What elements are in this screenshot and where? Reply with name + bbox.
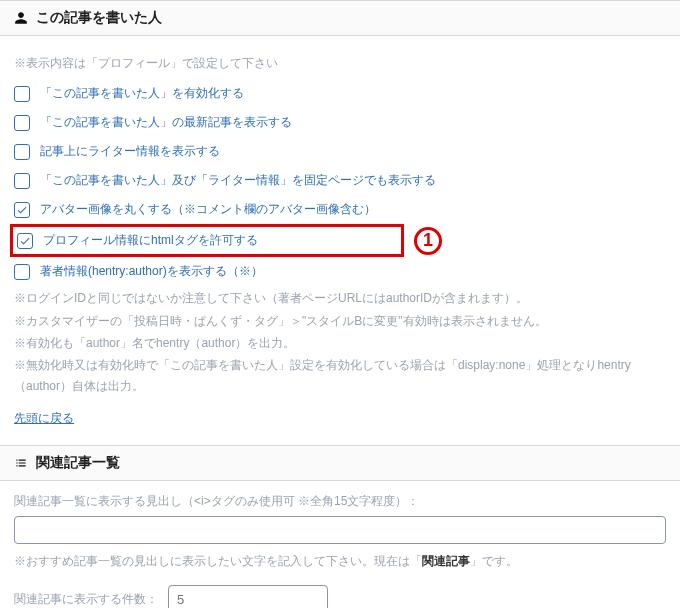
back-to-top-link[interactable]: 先頭に戻る bbox=[14, 411, 74, 425]
checkbox-hentry-author[interactable]: 著者情報(hentry:author)を表示する（※） bbox=[14, 257, 666, 286]
footnote: ※カスタマイザーの「投稿日時・ぱんくず・タグ」＞"スタイルBに変更"有効時は表示… bbox=[14, 311, 666, 331]
checkbox-icon bbox=[14, 202, 30, 218]
footnote: ※有効化も「author」名でhentry（author）を出力。 bbox=[14, 333, 666, 353]
section-title: 関連記事一覧 bbox=[36, 454, 120, 472]
heading-help: ※おすすめ記事一覧の見出しに表示したい文字を記入して下さい。現在は「関連記事」で… bbox=[14, 552, 666, 571]
checkbox-label: 「この記事を書いた人」の最新記事を表示する bbox=[40, 114, 292, 131]
section-header-author: この記事を書いた人 bbox=[0, 0, 680, 36]
checkbox-latest-posts[interactable]: 「この記事を書いた人」の最新記事を表示する bbox=[14, 108, 666, 137]
checkbox-writer-info-top[interactable]: 記事上にライター情報を表示する bbox=[14, 137, 666, 166]
checkbox-label: アバター画像を丸くする（※コメント欄のアバター画像含む） bbox=[40, 201, 376, 218]
checkbox-allow-html[interactable]: プロフィール情報にhtmlタグを許可する bbox=[17, 229, 397, 252]
footnote: ※ログインIDと同じではないか注意して下さい（著者ページURLにはauthorI… bbox=[14, 288, 666, 308]
section-title: この記事を書いた人 bbox=[36, 9, 162, 27]
person-icon bbox=[14, 11, 28, 25]
checkbox-icon bbox=[14, 115, 30, 131]
intro-note: ※表示内容は「プロフィール」で設定して下さい bbox=[14, 54, 666, 73]
highlight-box: プロフィール情報にhtmlタグを許可する bbox=[10, 224, 404, 257]
footnote: ※無効化時又は有効化時で「この記事を書いた人」設定を有効化している場合は「dis… bbox=[14, 355, 666, 396]
count-label: 関連記事に表示する件数： bbox=[14, 591, 158, 608]
checkbox-label: 著者情報(hentry:author)を表示する（※） bbox=[40, 263, 263, 280]
heading-help-prefix: ※おすすめ記事一覧の見出しに表示したい文字を記入して下さい。現在は「 bbox=[14, 554, 422, 568]
checkbox-label: 記事上にライター情報を表示する bbox=[40, 143, 220, 160]
checkbox-icon bbox=[14, 86, 30, 102]
checkbox-enable-author[interactable]: 「この記事を書いた人」を有効化する bbox=[14, 79, 666, 108]
checkbox-label: プロフィール情報にhtmlタグを許可する bbox=[43, 232, 258, 249]
checkbox-icon bbox=[14, 144, 30, 160]
checkbox-label: 「この記事を書いた人」及び「ライター情報」を固定ページでも表示する bbox=[40, 172, 436, 189]
checkbox-icon bbox=[14, 173, 30, 189]
related-count-input[interactable] bbox=[168, 585, 328, 608]
checkbox-round-avatar[interactable]: アバター画像を丸くする（※コメント欄のアバター画像含む） bbox=[14, 195, 666, 224]
heading-field-label: 関連記事一覧に表示する見出し（<i>タグのみ使用可 ※全角15文字程度）： bbox=[14, 493, 666, 510]
checkbox-icon bbox=[17, 233, 33, 249]
list-icon bbox=[14, 456, 28, 470]
heading-help-strong: 関連記事 bbox=[422, 554, 470, 568]
callout-number-1: 1 bbox=[414, 227, 442, 255]
checkbox-icon bbox=[14, 264, 30, 280]
heading-help-suffix: 」です。 bbox=[470, 554, 518, 568]
section-header-related: 関連記事一覧 bbox=[0, 445, 680, 481]
checkbox-label: 「この記事を書いた人」を有効化する bbox=[40, 85, 244, 102]
checkbox-show-on-pages[interactable]: 「この記事を書いた人」及び「ライター情報」を固定ページでも表示する bbox=[14, 166, 666, 195]
related-heading-input[interactable] bbox=[14, 516, 666, 544]
